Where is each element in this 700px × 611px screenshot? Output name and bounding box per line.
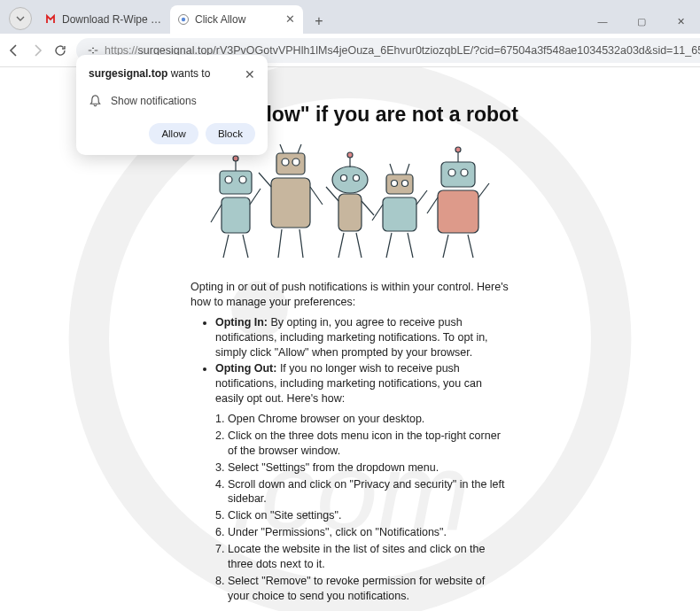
- svg-rect-49: [441, 162, 475, 187]
- notification-permission-popup: surgesignal.top wants to ✕ Show notifica…: [76, 55, 268, 155]
- svg-line-44: [416, 190, 427, 205]
- svg-line-23: [259, 173, 271, 187]
- svg-line-11: [211, 205, 222, 222]
- permission-item: Show notifications: [89, 94, 255, 107]
- svg-line-26: [299, 229, 303, 258]
- svg-point-58: [455, 147, 461, 152]
- svg-rect-39: [386, 174, 413, 194]
- svg-point-51: [448, 169, 455, 176]
- step: Select "Remove" to revoke permission for…: [228, 574, 509, 604]
- svg-rect-50: [438, 190, 478, 233]
- svg-rect-9: [220, 171, 252, 194]
- favicon-icon: [177, 13, 190, 26]
- block-button[interactable]: Block: [206, 123, 255, 144]
- svg-line-36: [356, 233, 362, 258]
- maximize-button[interactable]: ▢: [622, 9, 661, 34]
- svg-point-21: [282, 159, 289, 166]
- svg-line-53: [427, 197, 438, 213]
- svg-point-22: [292, 159, 299, 166]
- svg-point-32: [354, 175, 360, 182]
- step: Click on "Site settings".: [228, 508, 509, 523]
- arrow-right-icon: [30, 43, 44, 58]
- svg-line-45: [386, 233, 392, 258]
- favicon-icon: [44, 13, 57, 26]
- svg-line-47: [390, 164, 393, 174]
- svg-point-31: [341, 175, 347, 182]
- tab-strip: Download R-Wipe & Clean 20.0 Click Allow…: [37, 5, 583, 34]
- tab-1[interactable]: Click Allow ✕: [170, 5, 303, 34]
- svg-line-55: [443, 235, 448, 258]
- profile-button[interactable]: [9, 7, 32, 30]
- close-icon[interactable]: ✕: [284, 13, 296, 26]
- svg-point-15: [225, 176, 232, 183]
- permission-title: surgesignal.top wants to: [89, 67, 210, 80]
- svg-rect-40: [383, 197, 416, 231]
- svg-line-28: [298, 144, 301, 153]
- svg-rect-20: [271, 178, 310, 228]
- step: Under "Permissions", click on "Notificat…: [228, 525, 509, 540]
- chevron-down-icon: [16, 14, 25, 23]
- step: Scroll down and click on "Privacy and se…: [228, 477, 509, 507]
- svg-line-48: [406, 164, 409, 174]
- permission-label: Show notifications: [111, 95, 197, 107]
- svg-line-54: [478, 183, 489, 197]
- svg-line-35: [338, 233, 344, 258]
- titlebar: Download R-Wipe & Clean 20.0 Click Allow…: [0, 0, 700, 34]
- svg-line-24: [310, 187, 323, 205]
- svg-point-29: [332, 166, 368, 193]
- svg-point-38: [347, 152, 353, 158]
- step: Locate the website in the list of sites …: [228, 542, 509, 572]
- svg-point-41: [392, 181, 398, 187]
- svg-point-52: [461, 169, 468, 176]
- window-controls: — ▢ ✕: [583, 7, 700, 34]
- svg-point-16: [239, 176, 246, 183]
- close-icon[interactable]: ✕: [245, 67, 255, 81]
- optin-item: Opting In: By opting in, you agree to re…: [215, 315, 509, 360]
- close-window-button[interactable]: ✕: [661, 9, 700, 34]
- svg-rect-10: [222, 197, 250, 233]
- new-tab-button[interactable]: +: [307, 9, 331, 34]
- tab-title: Download R-Wipe & Clean 20.0: [62, 13, 163, 26]
- arrow-left-icon: [7, 43, 21, 58]
- info-text: Opting in or out of push notifications i…: [191, 280, 509, 604]
- svg-line-56: [468, 235, 473, 258]
- svg-line-43: [372, 205, 383, 220]
- svg-point-18: [233, 156, 238, 161]
- steps-list: Open Chrome browser on your desktop. Cli…: [191, 412, 509, 604]
- svg-line-34: [362, 201, 374, 215]
- intro-text: Opting in or out of push notifications i…: [191, 280, 509, 310]
- reload-icon: [53, 43, 67, 58]
- svg-line-13: [223, 235, 229, 258]
- step: Open Chrome browser on your desktop.: [228, 412, 509, 427]
- svg-line-46: [408, 233, 413, 258]
- bell-icon: [89, 94, 102, 107]
- allow-button[interactable]: Allow: [149, 123, 198, 144]
- svg-rect-19: [276, 153, 305, 174]
- svg-line-25: [278, 229, 282, 258]
- svg-line-27: [280, 144, 284, 153]
- step: Click on the three dots menu icon in the…: [228, 429, 509, 459]
- back-button[interactable]: [7, 41, 21, 60]
- svg-rect-30: [338, 194, 362, 231]
- svg-point-42: [402, 181, 408, 187]
- optout-item: Opting Out: If you no longer wish to rec…: [215, 361, 509, 406]
- tab-0[interactable]: Download R-Wipe & Clean 20.0: [37, 5, 170, 34]
- svg-point-1: [182, 18, 185, 21]
- reload-button[interactable]: [53, 41, 67, 60]
- svg-line-14: [243, 235, 248, 258]
- forward-button[interactable]: [30, 41, 44, 60]
- tab-title: Click Allow: [195, 13, 278, 26]
- minimize-button[interactable]: —: [583, 9, 622, 34]
- step: Select "Settings" from the dropdown menu…: [228, 460, 509, 476]
